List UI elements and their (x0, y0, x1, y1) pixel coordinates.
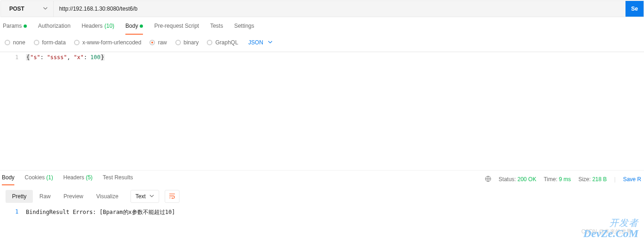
dot-icon (140, 24, 143, 28)
response-header-row: Body Cookies (1) Headers (5) Test Result… (0, 170, 644, 184)
request-tabs: Params Authorization Headers (10) Body P… (0, 17, 644, 34)
tab-label: Settings (234, 23, 254, 29)
body-type-row: none form-data x-www-form-urlencoded raw… (0, 34, 644, 52)
response-body-editor[interactable]: 1 BindingResult Errors: [Bparam的x参数不能超过1… (0, 207, 644, 216)
radio-icon (175, 40, 181, 45)
radio-icon (207, 40, 212, 45)
status: Status: 200 OK (499, 176, 536, 183)
body-type-none[interactable]: none (5, 39, 25, 46)
radio-label: GraphQL (215, 39, 238, 46)
chevron-down-icon (43, 6, 48, 12)
editor-line: 1 BindingResult Errors: [Bparam的x参数不能超过1… (0, 207, 644, 216)
line-number: 1 (0, 52, 25, 61)
radio-label: none (13, 39, 25, 46)
tab-label: Body (125, 23, 138, 29)
json-key: "s" (30, 54, 40, 61)
globe-icon[interactable] (485, 176, 491, 183)
brace-close: } (100, 54, 105, 61)
size-value: 218 B (592, 176, 607, 183)
body-type-graphql[interactable]: GraphQL (207, 39, 238, 46)
body-type-form-data[interactable]: form-data (34, 39, 66, 46)
tab-params[interactable]: Params (3, 23, 27, 34)
method-select[interactable]: POST (1, 1, 54, 17)
watermark-line-1: 开发者 (583, 218, 638, 228)
request-body-editor[interactable]: 1 {"s": "ssss", "x": 100} (0, 52, 644, 170)
line-number: 1 (0, 207, 25, 216)
url-input[interactable] (54, 1, 623, 17)
watermark-line-2: DevZe.CoM (583, 228, 638, 239)
dot-icon (24, 24, 27, 28)
radio-icon (149, 40, 155, 45)
resp-tab-cookies[interactable]: Cookies (1) (25, 174, 53, 184)
radio-label: binary (184, 39, 199, 46)
tab-authorization[interactable]: Authorization (38, 23, 70, 34)
tab-label: Headers (63, 174, 84, 181)
view-pretty[interactable]: Pretty (6, 190, 33, 203)
code-line[interactable]: {"s": "ssss", "x": 100} (25, 52, 105, 61)
json-string: "ssss" (47, 54, 67, 61)
brace-open: { (26, 54, 30, 61)
colon: : (84, 54, 90, 61)
raw-format-select[interactable]: JSON (248, 39, 272, 46)
size: Size: 218 B (578, 176, 607, 183)
body-type-raw[interactable]: raw (149, 39, 167, 46)
radio-label: raw (158, 39, 167, 46)
body-type-urlencoded[interactable]: x-www-form-urlencoded (74, 39, 141, 46)
view-raw[interactable]: Raw (33, 190, 57, 203)
tab-headers[interactable]: Headers (10) (81, 23, 114, 34)
tab-settings[interactable]: Settings (234, 23, 254, 34)
response-info: Status: 200 OK Time: 9 ms Size: 218 B | … (485, 176, 644, 183)
radio-icon (74, 40, 80, 45)
chevron-down-icon (149, 193, 154, 200)
editor-line: 1 {"s": "ssss", "x": 100} (0, 52, 644, 61)
resp-tab-headers[interactable]: Headers (5) (63, 174, 93, 184)
watermark: 开发者 DevZe.CoM (583, 218, 638, 239)
size-label: Size: (578, 176, 591, 183)
tab-label: Params (3, 23, 22, 29)
raw-format-label: JSON (248, 39, 263, 46)
chevron-down-icon (268, 39, 272, 46)
tab-count: (5) (86, 174, 93, 181)
comma: , (67, 54, 74, 61)
tab-prerequest[interactable]: Pre-request Script (154, 23, 199, 34)
csdn-watermark: CSDN @未来的世界 (581, 228, 632, 236)
response-toolbar: Pretty Raw Preview Visualize Text (0, 184, 644, 207)
tab-label: Pre-request Script (154, 23, 199, 29)
status-value: 200 OK (518, 176, 537, 183)
json-key: "x" (74, 54, 84, 61)
time-value: 9 ms (559, 176, 571, 183)
tab-label: Body (2, 174, 14, 181)
colon: : (40, 54, 47, 61)
wrap-lines-button[interactable] (165, 190, 180, 203)
response-tabs: Body Cookies (1) Headers (5) Test Result… (2, 174, 133, 184)
tab-tests[interactable]: Tests (210, 23, 223, 34)
tab-label: Cookies (25, 174, 44, 181)
url-bar: POST Se (0, 0, 644, 17)
send-button[interactable]: Se (625, 1, 644, 17)
radio-label: x-www-form-urlencoded (82, 39, 141, 46)
tab-label: Authorization (38, 23, 70, 29)
radio-icon (5, 40, 10, 45)
format-label: Text (136, 193, 146, 200)
response-format-select[interactable]: Text (130, 190, 159, 203)
view-mode-segment: Pretty Raw Preview Visualize (6, 190, 125, 203)
tab-label: Tests (210, 23, 223, 29)
method-label: POST (9, 6, 25, 12)
status-label: Status: (499, 176, 516, 183)
tab-count: (10) (105, 23, 114, 29)
tab-label: Headers (81, 23, 102, 29)
radio-label: form-data (42, 39, 66, 46)
tab-body[interactable]: Body (125, 23, 143, 34)
json-number: 100 (90, 54, 100, 61)
view-preview[interactable]: Preview (57, 190, 90, 203)
tab-count: (1) (46, 174, 53, 181)
resp-tab-test-results[interactable]: Test Results (103, 174, 133, 184)
save-response-button[interactable]: Save R (623, 176, 641, 183)
resp-tab-body[interactable]: Body (2, 174, 14, 184)
radio-icon (34, 40, 39, 45)
time-label: Time: (544, 176, 557, 183)
response-text: BindingResult Errors: [Bparam的x参数不能超过10] (25, 207, 175, 216)
view-visualize[interactable]: Visualize (90, 190, 125, 203)
body-type-binary[interactable]: binary (175, 39, 199, 46)
time: Time: 9 ms (544, 176, 571, 183)
